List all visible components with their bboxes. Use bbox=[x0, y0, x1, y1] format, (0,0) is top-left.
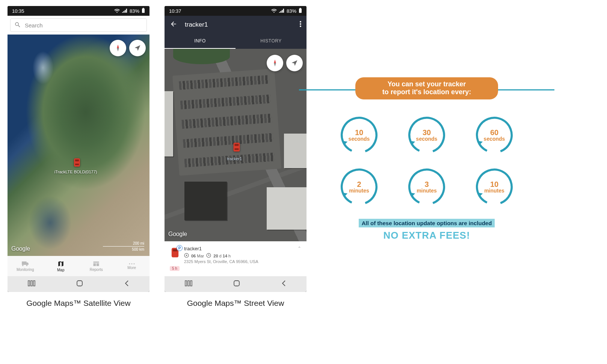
signal-icon bbox=[122, 8, 127, 14]
compass-button[interactable] bbox=[110, 40, 126, 56]
svg-point-4 bbox=[129, 263, 130, 264]
sys-recent-icon[interactable] bbox=[28, 280, 35, 288]
map-scale: 200 mi 500 km bbox=[103, 241, 144, 251]
system-nav bbox=[8, 276, 149, 292]
battery-icon bbox=[299, 8, 302, 14]
interval-10s: 10seconds bbox=[338, 114, 380, 156]
svg-point-25 bbox=[338, 114, 380, 156]
svg-point-15 bbox=[300, 26, 301, 27]
nav-map[interactable]: Map bbox=[43, 256, 79, 276]
svg-rect-9 bbox=[33, 281, 35, 286]
svg-rect-23 bbox=[190, 281, 192, 286]
tracker-label: tracker1 bbox=[227, 156, 242, 161]
svg-rect-10 bbox=[77, 281, 82, 286]
svg-point-5 bbox=[131, 263, 132, 264]
svg-point-26 bbox=[406, 114, 447, 156]
nav-more[interactable]: More bbox=[114, 256, 150, 276]
play-icon bbox=[184, 253, 189, 259]
sys-back-icon[interactable] bbox=[281, 280, 286, 288]
svg-point-6 bbox=[133, 263, 134, 264]
svg-rect-21 bbox=[185, 281, 187, 286]
tracker-marker[interactable] bbox=[73, 156, 81, 168]
nav-monitoring[interactable]: Monitoring bbox=[8, 256, 43, 276]
promo-panel: You can set your tracker to report it's … bbox=[322, 77, 532, 241]
tracker-meta: 06 Mar 20 d 14 h bbox=[184, 253, 301, 259]
back-icon[interactable] bbox=[170, 20, 177, 30]
sys-home-icon[interactable] bbox=[233, 280, 240, 288]
sys-back-icon[interactable] bbox=[124, 280, 129, 288]
app-bar: tracker1 bbox=[165, 16, 307, 34]
svg-point-13 bbox=[300, 21, 301, 23]
wifi-icon bbox=[114, 8, 120, 14]
search-placeholder: Search bbox=[25, 22, 43, 29]
sys-recent-icon[interactable] bbox=[185, 280, 192, 288]
phone-satellite: 10:35 83% bbox=[8, 6, 149, 292]
phone-street: 10:37 83% tracker1 INFO HISTORY bbox=[165, 6, 307, 292]
svg-rect-17 bbox=[235, 149, 239, 150]
tracker-label: iTrackLTE BOLD(0177) bbox=[54, 170, 97, 174]
svg-rect-12 bbox=[300, 8, 301, 9]
wifi-icon bbox=[271, 8, 277, 14]
google-logo: Google bbox=[11, 245, 30, 252]
badge-5h: 5 h bbox=[170, 266, 180, 271]
caption-street: Google Maps™ Street View bbox=[187, 299, 284, 308]
status-battery-pct: 83% bbox=[130, 8, 139, 14]
map-satellite[interactable]: iTrackLTE BOLD(0177) Google 200 mi 500 k… bbox=[8, 35, 149, 256]
clock-icon bbox=[206, 253, 211, 259]
sys-home-icon[interactable] bbox=[76, 280, 83, 288]
interval-3m: 3minutes bbox=[406, 166, 447, 208]
google-logo: Google bbox=[168, 231, 187, 238]
locate-button[interactable] bbox=[129, 40, 146, 56]
battery-icon bbox=[142, 8, 145, 14]
tracker-address: 2325 Myers St, Oroville, CA 95966, USA bbox=[184, 259, 301, 264]
tracker-name: tracker1 bbox=[184, 246, 301, 251]
interval-30s: 30seconds bbox=[406, 114, 447, 156]
status-time: 10:37 bbox=[169, 8, 181, 14]
status-bar: 10:37 83% bbox=[165, 6, 307, 16]
compass-button[interactable] bbox=[267, 55, 283, 71]
svg-point-28 bbox=[338, 166, 380, 208]
app-title: tracker1 bbox=[185, 21, 208, 29]
promo-note: All of these location update options are… bbox=[322, 219, 532, 241]
search-wrap: Search bbox=[8, 16, 149, 35]
svg-rect-24 bbox=[234, 281, 239, 286]
parking-badge: P bbox=[177, 245, 183, 251]
locate-button[interactable] bbox=[286, 55, 303, 71]
caption-satellite: Google Maps™ Satellite View bbox=[26, 299, 130, 308]
svg-point-30 bbox=[474, 166, 515, 208]
search-input[interactable]: Search bbox=[10, 18, 147, 32]
tab-history[interactable]: HISTORY bbox=[236, 34, 307, 49]
tracker-car-icon: P bbox=[170, 246, 180, 259]
svg-rect-8 bbox=[31, 281, 32, 286]
svg-rect-2 bbox=[75, 159, 79, 161]
svg-point-14 bbox=[300, 23, 301, 25]
promo-intervals: 10seconds 30seconds 60seconds 2minutes 3… bbox=[333, 114, 521, 208]
interval-60s: 60seconds bbox=[474, 114, 515, 156]
svg-rect-16 bbox=[235, 144, 239, 146]
svg-rect-7 bbox=[28, 281, 30, 286]
interval-2m: 2minutes bbox=[338, 166, 380, 208]
tracker-panel[interactable]: ⌃ P tracker1 06 Mar 20 d 14 h bbox=[165, 241, 307, 276]
interval-10m: 10minutes bbox=[474, 166, 515, 208]
system-nav bbox=[165, 276, 307, 292]
svg-point-29 bbox=[406, 166, 447, 208]
svg-rect-3 bbox=[75, 164, 79, 165]
tab-info[interactable]: INFO bbox=[165, 34, 236, 49]
status-time: 10:35 bbox=[12, 8, 24, 14]
svg-rect-22 bbox=[188, 281, 189, 286]
tracker-marker[interactable] bbox=[233, 141, 241, 152]
bottom-nav: Monitoring Map Reports More bbox=[8, 256, 149, 276]
map-street[interactable]: tracker1 Google bbox=[165, 49, 307, 241]
svg-rect-1 bbox=[143, 8, 144, 9]
status-battery-pct: 83% bbox=[287, 8, 296, 14]
more-icon[interactable] bbox=[300, 21, 301, 29]
promo-banner: You can set your tracker to report it's … bbox=[355, 77, 498, 99]
signal-icon bbox=[279, 8, 284, 14]
nav-reports[interactable]: Reports bbox=[79, 256, 114, 276]
svg-rect-11 bbox=[299, 8, 302, 12]
status-bar: 10:35 83% bbox=[8, 6, 149, 16]
svg-point-27 bbox=[474, 114, 515, 156]
chevron-up-icon[interactable]: ⌃ bbox=[297, 246, 301, 251]
svg-rect-0 bbox=[142, 8, 145, 12]
search-icon bbox=[14, 21, 21, 29]
